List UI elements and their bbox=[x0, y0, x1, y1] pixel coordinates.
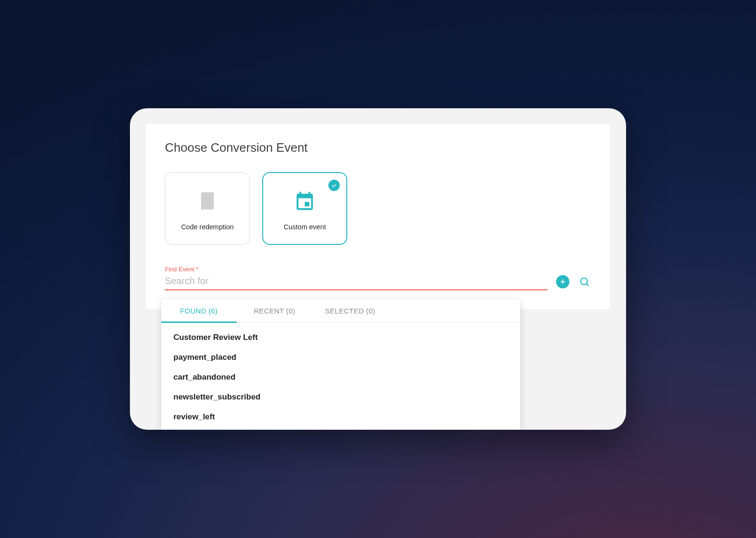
list-item[interactable]: cart_abandoned bbox=[161, 367, 520, 387]
search-row: Find Event * bbox=[165, 266, 591, 290]
device-frame: Choose Conversion Event Code redemption … bbox=[130, 108, 626, 430]
add-event-button[interactable] bbox=[556, 275, 569, 288]
calendar-icon bbox=[294, 190, 316, 214]
results-list: Customer Review Left payment_placed cart… bbox=[161, 323, 520, 430]
list-item[interactable]: payment_placed bbox=[161, 347, 520, 367]
dropdown-tabs: FOUND (6) RECENT (0) SELECTED (0) bbox=[161, 299, 520, 323]
receipt-icon bbox=[197, 190, 218, 214]
svg-line-3 bbox=[587, 284, 589, 286]
autocomplete-dropdown: FOUND (6) RECENT (0) SELECTED (0) Custom… bbox=[161, 299, 520, 430]
list-item[interactable]: newsletter_subscribed bbox=[161, 387, 520, 407]
tab-selected[interactable]: SELECTED (0) bbox=[312, 299, 388, 322]
event-type-cards: Code redemption Custom event bbox=[165, 172, 591, 245]
search-field-wrap: Find Event * bbox=[165, 266, 548, 290]
tab-found[interactable]: FOUND (6) bbox=[161, 299, 237, 322]
card-label: Custom event bbox=[284, 223, 326, 231]
list-item[interactable]: Customer Review Left bbox=[161, 328, 520, 347]
check-icon bbox=[328, 180, 340, 191]
card-label: Code redemption bbox=[181, 223, 233, 231]
card-custom-event[interactable]: Custom event bbox=[262, 172, 347, 245]
search-input[interactable] bbox=[165, 274, 548, 290]
search-button[interactable] bbox=[578, 275, 591, 288]
search-label: Find Event * bbox=[165, 266, 548, 273]
tab-recent[interactable]: RECENT (0) bbox=[237, 299, 312, 322]
svg-point-2 bbox=[581, 278, 587, 285]
card-code-redemption[interactable]: Code redemption bbox=[165, 172, 250, 245]
main-panel: Choose Conversion Event Code redemption … bbox=[146, 124, 610, 309]
page-title: Choose Conversion Event bbox=[165, 140, 591, 155]
list-item[interactable]: review_left bbox=[161, 407, 520, 427]
